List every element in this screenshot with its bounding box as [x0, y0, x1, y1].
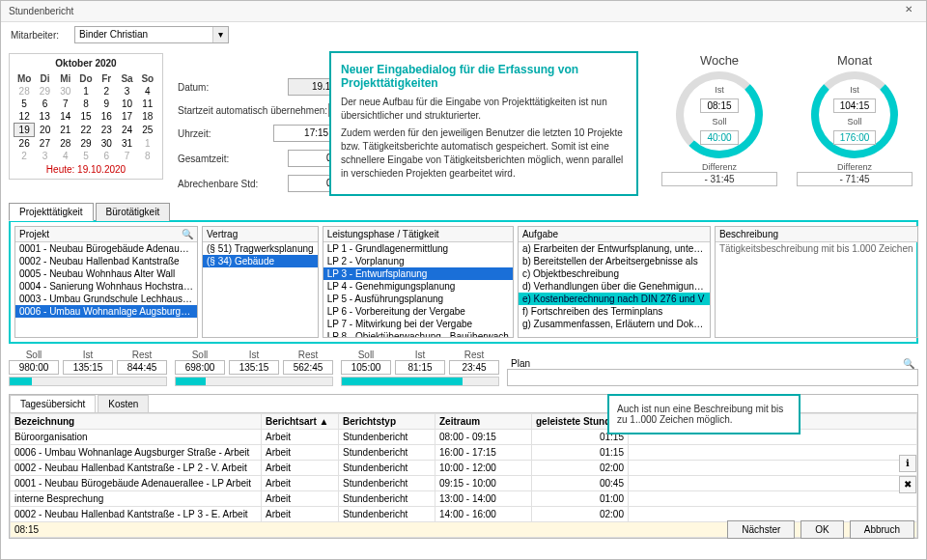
calendar[interactable]: Oktober 2020 MoDiMiDoFrSaSo2829301234567… [9, 53, 163, 180]
list-item[interactable]: LP 5 - Ausführungsplanung [323, 293, 513, 305]
calendar-day[interactable]: 10 [117, 98, 137, 110]
employee-label: Mitarbeiter: [11, 30, 69, 41]
calendar-day[interactable]: 8 [75, 98, 96, 110]
gauge-month-title: Monat [797, 53, 913, 68]
th-berichtstyp[interactable]: Berichtstyp [339, 414, 435, 430]
info-icon[interactable]: ℹ [899, 455, 916, 472]
table-row[interactable]: 0002 - Neubau Hallenbad Kantstraße - LP … [11, 461, 917, 476]
list-item[interactable]: 0003 - Umbau Grundschule Lechhausen [15, 293, 197, 305]
list-item[interactable]: (§ 34) Gebäude [203, 255, 318, 267]
beschreibung-input[interactable]: Tätigkeitsbeschreibung mit bis 1.000 Zei… [716, 242, 917, 255]
table-tab-costs[interactable]: Kosten [98, 395, 149, 412]
list-item[interactable]: 0002 - Neubau Hallenbad Kantstraße [15, 255, 197, 267]
chevron-down-icon[interactable]: ▾ [212, 27, 228, 42]
calendar-day[interactable]: 1 [75, 85, 96, 98]
list-item[interactable]: c) Objektbeschreibung [519, 267, 710, 280]
list-item[interactable]: f) Fortschreiben des Terminplans [519, 305, 710, 318]
table-tab-overview[interactable]: Tagesübersicht [10, 395, 96, 412]
calendar-day[interactable]: 23 [97, 124, 117, 137]
calendar-day[interactable]: 27 [35, 137, 55, 151]
search-icon[interactable]: 🔍 [903, 358, 914, 369]
calendar-day[interactable]: 18 [137, 110, 157, 124]
calendar-day[interactable]: 2 [14, 150, 35, 162]
employee-dropdown[interactable]: Binder Christian ▾ [74, 26, 229, 43]
calendar-day[interactable]: 7 [55, 98, 75, 110]
calendar-day[interactable]: 16 [97, 110, 117, 124]
calendar-day[interactable]: 8 [137, 150, 157, 162]
calendar-day[interactable]: 4 [137, 85, 157, 98]
list-item[interactable]: g) Zusammenfassen, Erläutern und Dokum [519, 318, 710, 330]
calendar-day[interactable]: 30 [55, 85, 75, 98]
col-aufgabe-title: Aufgabe [522, 229, 558, 239]
plan-input[interactable] [507, 369, 918, 386]
list-item[interactable]: LP 3 - Entwurfsplanung [323, 267, 513, 280]
calendar-day[interactable]: 25 [137, 124, 157, 137]
list-item[interactable]: 0006 - Umbau Wohnanlage Augsburger Str [15, 305, 197, 318]
list-item[interactable]: LP 4 - Genehmigungsplanung [323, 280, 513, 293]
calendar-day[interactable]: 5 [14, 98, 35, 110]
list-item[interactable]: LP 1 - Grundlagenermittlung [323, 242, 513, 255]
calendar-day[interactable]: 4 [55, 150, 75, 162]
col-vertrag-title: Vertrag [207, 229, 238, 239]
calendar-day[interactable]: 22 [75, 124, 96, 137]
list-item[interactable]: LP 6 - Vorbereitung der Vergabe [323, 305, 513, 318]
calendar-day[interactable]: 3 [117, 85, 137, 98]
list-item[interactable]: LP 7 - Mitwirkung bei der Vergabe [323, 318, 513, 330]
calendar-day[interactable]: 17 [117, 110, 137, 124]
callout-new-dialog: Neuer Eingabedialog für die Erfassung vo… [329, 51, 638, 196]
list-item[interactable]: e) Kostenberechnung nach DIN 276 und V [519, 293, 710, 305]
list-item[interactable]: b) Bereitstellen der Arbeitsergebnisse a… [519, 255, 710, 267]
list-item[interactable]: d) Verhandlungen über die Genehmigungsf [519, 280, 710, 293]
calendar-day[interactable]: 5 [75, 150, 96, 162]
th-bezeichnung[interactable]: Bezeichnung [11, 414, 262, 430]
calendar-day[interactable]: 31 [117, 137, 137, 151]
table-row[interactable]: interne BesprechungArbeitStundenbericht1… [11, 491, 917, 507]
calendar-day[interactable]: 26 [14, 137, 35, 151]
th-zeitraum[interactable]: Zeitraum [435, 414, 532, 430]
time-input[interactable]: 17:15 [273, 125, 333, 142]
calendar-day[interactable]: 1 [137, 137, 157, 151]
search-icon[interactable]: 🔍 [182, 229, 193, 239]
calendar-day[interactable]: 24 [117, 124, 137, 137]
calendar-day[interactable]: 6 [97, 150, 117, 162]
calendar-day[interactable]: 29 [75, 137, 96, 151]
calendar-day[interactable]: 9 [97, 98, 117, 110]
calendar-day[interactable]: 19 [14, 124, 35, 137]
tab-office[interactable]: Bürotätigkeit [96, 203, 171, 221]
calendar-day[interactable]: 3 [35, 150, 55, 162]
list-item[interactable]: LP 2 - Vorplanung [323, 255, 513, 267]
close-icon[interactable]: ✕ [899, 4, 918, 19]
list-item[interactable]: a) Erarbeiten der Entwurfsplanung, unter… [519, 242, 710, 255]
calendar-day[interactable]: 28 [14, 85, 35, 98]
list-item[interactable]: 0004 - Sanierung Wohnhaus Hochstraße [15, 280, 197, 293]
gauge-month: Monat Ist 104:15 Soll 176:00 Differenz -… [797, 53, 913, 186]
calendar-day[interactable]: 29 [35, 85, 55, 98]
gauge-week: Woche Ist 08:15 Soll 40:00 Differenz - 3… [661, 53, 777, 186]
calendar-day[interactable]: 12 [14, 110, 35, 124]
calendar-today[interactable]: Heute: 19.10.2020 [14, 164, 158, 175]
calendar-day[interactable]: 13 [35, 110, 55, 124]
calendar-day[interactable]: 2 [97, 85, 117, 98]
calendar-day[interactable]: 7 [117, 150, 137, 162]
calendar-day[interactable]: 11 [137, 98, 157, 110]
tab-project[interactable]: Projekttätigkeit [9, 203, 94, 221]
list-item[interactable]: 0001 - Neubau Bürogebäude Adenaueralle [15, 242, 197, 255]
delete-icon[interactable]: ✖ [899, 476, 916, 493]
next-button[interactable]: Nächster [727, 520, 795, 539]
table-row[interactable]: 0001 - Neubau Bürogebäude Adenauerallee … [11, 476, 917, 491]
list-item[interactable]: (§ 51) Tragwerksplanung [203, 242, 318, 255]
list-item[interactable]: LP 8 - Objektüberwachung - Bauüberwach [323, 330, 513, 337]
calendar-day[interactable]: 20 [35, 124, 55, 137]
calendar-day[interactable]: 15 [75, 110, 96, 124]
calendar-day[interactable]: 30 [97, 137, 117, 151]
cancel-button[interactable]: Abbruch [850, 520, 914, 539]
table-row[interactable]: 0006 - Umbau Wohnanlage Augsburger Straß… [11, 445, 917, 461]
total-label: Gesamtzeit: [178, 154, 282, 164]
th-berichtsart[interactable]: Berichtsart ▲ [262, 414, 339, 430]
ok-button[interactable]: OK [801, 520, 843, 539]
calendar-day[interactable]: 21 [55, 124, 75, 137]
list-item[interactable]: 0005 - Neubau Wohnhaus Alter Wall [15, 267, 197, 280]
calendar-day[interactable]: 14 [55, 110, 75, 124]
calendar-day[interactable]: 6 [35, 98, 55, 110]
calendar-day[interactable]: 28 [55, 137, 75, 151]
